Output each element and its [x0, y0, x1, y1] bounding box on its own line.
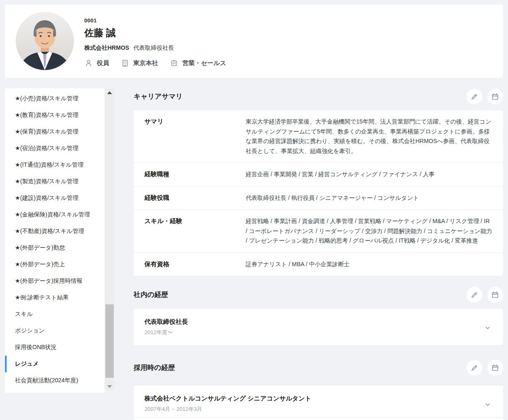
sidebar-item[interactable]: ★(製造)資格/スキル管理 — [5, 173, 105, 190]
hired-history-header: 採用時の経歴 — [134, 360, 503, 376]
scrollbar-thumb[interactable] — [105, 304, 114, 378]
calendar-icon — [491, 364, 499, 372]
hired-history-title: 採用時の経歴 — [134, 363, 175, 372]
pencil-icon — [470, 291, 479, 299]
sidebar-item[interactable]: ★(外部データ)勤怠 — [5, 240, 105, 256]
sidebar-item-label: レジュメ — [15, 360, 39, 368]
company-name: 株式会社HRMOS — [84, 44, 129, 52]
entry-title: 代表取締役社長 — [144, 318, 478, 326]
career-summary-card: サマリ 東京大学経済学部卒業後、大手金融機関で15年間、法人営業部門にて活躍。そ… — [134, 110, 503, 276]
hired-history-actions — [466, 360, 503, 376]
internal-history-actions — [466, 287, 503, 303]
career-summary-actions — [466, 89, 503, 104]
sidebar-item-label: ★(金融保険)資格/スキル管理 — [15, 211, 90, 218]
attribute-role: 役員 — [84, 59, 109, 68]
attribute-role-label: 役員 — [97, 59, 109, 67]
history-button[interactable] — [487, 287, 503, 303]
summary-row-label: スキル・経験 — [144, 216, 246, 246]
entry-title: 株式会社ベクトルコンサルティング シニアコンサルタント — [144, 395, 478, 403]
sidebar-item[interactable]: ★(外部データ)売上 — [5, 256, 105, 273]
summary-row-label: 保有資格 — [144, 260, 246, 269]
internal-history-card: 代表取締役社長 2012年度〜 — [134, 309, 503, 345]
career-summary-title: キャリアサマリ — [134, 92, 183, 101]
sidebar-scrollbar[interactable] — [105, 88, 115, 390]
summary-row-value: 証券アナリスト / MBA / 中小企業診断士 — [246, 260, 492, 269]
sidebar-item[interactable]: ★(不動産)資格/スキル管理 — [5, 223, 105, 240]
edit-button[interactable] — [466, 89, 482, 104]
sidebar-item-label: ★(教育)資格/スキル管理 — [15, 112, 78, 119]
sidebar-item-label: ポジション — [15, 327, 45, 335]
sidebar-item-label: スキル — [15, 311, 33, 318]
sidebar-item-label: ★(外部データ)勤怠 — [15, 244, 65, 252]
sidebar-item-label: ★(製造)資格/スキル管理 — [15, 178, 78, 185]
scrollbar-up-arrow-icon[interactable] — [107, 91, 112, 94]
sidebar-item-label: ★(小売)資格/スキル管理 — [15, 95, 78, 102]
entry-period: 2007年4月 ~ 2012年3月 — [144, 405, 478, 413]
career-summary-header: キャリアサマリ — [134, 89, 503, 104]
edit-button[interactable] — [466, 287, 482, 303]
summary-row-label: サマリ — [144, 117, 246, 156]
pencil-icon — [470, 92, 479, 101]
sidebar-item[interactable]: ★例:診断テスト結果 — [5, 289, 105, 306]
sidebar-item[interactable]: ★(外部データ)採用時情報 — [5, 273, 105, 289]
main-content: キャリアサマリ サマリ 東京大学経済学部卒業後、大手金融機関で15 — [134, 0, 503, 420]
internal-history-entry[interactable]: 代表取締役社長 2012年度〜 — [134, 309, 503, 345]
summary-row-value: 代表取締役社長 / 執行役員 / シニアマネージャー / コンサルタント — [246, 193, 492, 203]
building-icon — [121, 59, 129, 68]
history-button[interactable] — [487, 89, 503, 104]
sidebar-list: ★(小売)資格/スキル管理 ★(教育)資格/スキル管理 ★(保育)資格/スキル管… — [5, 90, 105, 389]
sidebar-item[interactable]: レジュメ — [5, 356, 105, 372]
sidebar-item-label: ★(不動産)資格/スキル管理 — [15, 228, 84, 235]
sidebar-item-label: ★(IT通信)資格/スキル管理 — [15, 161, 83, 169]
sidebar-item-label: ★(外部データ)売上 — [15, 261, 65, 268]
hired-history-card: 株式会社ベクトルコンサルティング シニアコンサルタント 2007年4月 ~ 20… — [134, 386, 503, 420]
edit-button[interactable] — [466, 360, 482, 376]
sidebar-item[interactable]: ★(金融保険)資格/スキル管理 — [5, 206, 105, 223]
sidebar-item[interactable]: ★(教育)資格/スキル管理 — [5, 107, 105, 124]
sidebar-item-label: 社会貢献活動(2024年度) — [15, 377, 78, 384]
summary-row-label: 経験役職 — [144, 193, 246, 203]
hired-history-entry[interactable]: 株式会社ベクトルコンサルティング シニアコンサルタント 2007年4月 ~ 20… — [134, 386, 503, 420]
sidebar-item[interactable]: ★(建設)資格/スキル管理 — [5, 190, 105, 206]
sidebar-item[interactable]: 採用後ONB状況 — [5, 339, 105, 356]
summary-row-value: 経営企画 / 事業開発 / 営業 / 経営コンサルティング / ファイナンス /… — [246, 170, 492, 180]
sidebar-item[interactable]: ★(IT通信)資格/スキル管理 — [5, 157, 105, 173]
avatar — [16, 12, 74, 70]
summary-row-label: 経験職種 — [144, 170, 246, 180]
sidebar-item[interactable]: ★(小売)資格/スキル管理 — [5, 90, 105, 107]
divider — [134, 417, 503, 418]
chevron-down-icon[interactable] — [484, 324, 491, 333]
summary-row: 経験職種 経営企画 / 事業開発 / 営業 / 経営コンサルティング / ファイ… — [134, 163, 503, 187]
sidebar-item[interactable]: ポジション — [5, 323, 105, 339]
summary-row: 経験役職 代表取締役社長 / 執行役員 / シニアマネージャー / コンサルタン… — [134, 187, 503, 210]
profile-section-sidebar: ★(小売)資格/スキル管理 ★(教育)資格/スキル管理 ★(保育)資格/スキル管… — [5, 88, 105, 393]
sidebar-item-label: ★(保育)資格/スキル管理 — [15, 128, 78, 136]
sidebar-item[interactable]: ★(宿泊)資格/スキル管理 — [5, 140, 105, 157]
scrollbar-down-arrow-icon[interactable] — [107, 385, 112, 388]
sidebar-item[interactable]: 社会貢献活動(2024年度) — [5, 372, 105, 389]
internal-history-header: 社内の経歴 — [134, 287, 503, 303]
history-button[interactable] — [487, 360, 503, 376]
sidebar-item[interactable]: スキル — [5, 306, 105, 323]
sidebar-item-label: ★(外部データ)採用時情報 — [15, 277, 83, 285]
pencil-icon — [470, 364, 479, 372]
calendar-icon — [491, 92, 499, 101]
sidebar-item-label: ★例:診断テスト結果 — [15, 294, 68, 301]
calendar-icon — [491, 291, 499, 299]
internal-history-title: 社内の経歴 — [134, 290, 168, 299]
sidebar-item-label: ★(建設)資格/スキル管理 — [15, 194, 78, 202]
summary-row-value: 経営戦略 / 事業計画 / 資金調達 / 人事管理 / 営業戦略 / マーケティ… — [246, 216, 492, 246]
summary-row-value: 東京大学経済学部卒業後、大手金融機関で15年間、法人営業部門にて活躍。その後、経… — [246, 117, 492, 156]
chevron-down-icon[interactable] — [484, 401, 491, 410]
sidebar-item-label: ★(宿泊)資格/スキル管理 — [15, 145, 78, 152]
summary-row: スキル・経験 経営戦略 / 事業計画 / 資金調達 / 人事管理 / 営業戦略 … — [134, 210, 503, 253]
sidebar-item[interactable]: ★(保育)資格/スキル管理 — [5, 124, 105, 140]
summary-row: サマリ 東京大学経済学部卒業後、大手金融機関で15年間、法人営業部門にて活躍。そ… — [134, 110, 503, 163]
summary-row: 保有資格 証券アナリスト / MBA / 中小企業診断士 — [134, 253, 503, 276]
sidebar-item-label: 採用後ONB状況 — [15, 344, 56, 351]
person-icon — [84, 59, 93, 68]
entry-period: 2012年度〜 — [144, 329, 478, 336]
